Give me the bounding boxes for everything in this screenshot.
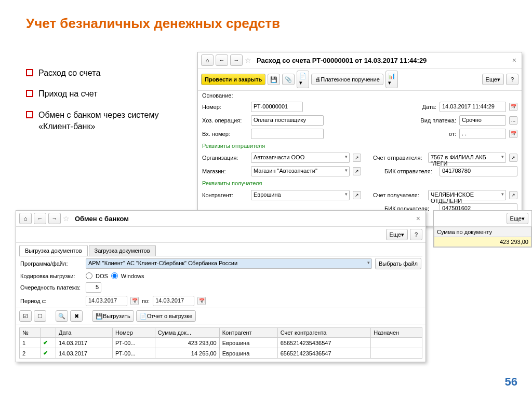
paytype-field[interactable]: Срочно [459, 115, 506, 126]
tabs: Выгрузка документов Загрузка документов [19, 245, 422, 256]
search-button[interactable]: 🔍 [56, 310, 68, 322]
cell-check[interactable]: ✔ [41, 338, 56, 348]
incno-label: Вх. номер: [202, 131, 248, 137]
select-icon[interactable]: … [509, 116, 517, 125]
radio-windows[interactable] [111, 272, 118, 279]
cell-check[interactable]: ✔ [41, 348, 56, 359]
open-icon[interactable]: ↗ [353, 191, 361, 199]
tab-export[interactable]: Выгрузка документов [19, 245, 88, 256]
back-button[interactable]: ← [34, 213, 46, 224]
window-title: Расход со счета РТ-00000001 от 14.03.201… [257, 57, 427, 64]
cell-contr: Еврошина [219, 338, 277, 348]
export-label: Выгрузить [103, 313, 130, 319]
table-row[interactable]: 1 ✔ 14.03.2017 РТ-00... 423 293,00 Еврош… [20, 338, 422, 348]
star-icon[interactable]: ☆ [63, 214, 70, 223]
org-field[interactable]: Автозапчасти ООО [251, 153, 350, 163]
window-header: ⌂ ← → ☆ Расход со счета РТ-00000001 от 1… [198, 52, 522, 68]
save-icon[interactable]: 💾 [268, 74, 280, 85]
submit-close-button[interactable]: Провести и закрыть [201, 74, 265, 85]
col-check[interactable] [41, 328, 56, 338]
sendacct-label: Счет отправителя: [373, 155, 425, 161]
help-button[interactable]: ? [506, 74, 518, 85]
bullet-text: Обмен с банком через систему «Клиент-бан… [38, 109, 182, 133]
more-button[interactable]: Еще ▾ [386, 229, 408, 240]
number-field[interactable]: РТ-00000001 [251, 102, 303, 112]
close-button[interactable]: × [510, 56, 518, 64]
export-button[interactable]: 💾 Выгрузить [92, 310, 134, 322]
date-from-field[interactable]: 14.03.2017 [86, 296, 127, 306]
cell-num: РТ-00... [112, 348, 155, 359]
report-button[interactable]: 📄 Отчет о выгрузке [136, 310, 196, 322]
col-sum<który />[interactable]: Сумма док... [155, 328, 219, 338]
home-button[interactable]: ⌂ [201, 54, 214, 66]
more-button[interactable]: Еще ▾ [482, 74, 504, 85]
back-button[interactable]: ← [216, 54, 228, 66]
open-icon[interactable]: ↗ [509, 154, 517, 162]
contr-field[interactable]: Еврошина [251, 190, 350, 200]
payment-order-button[interactable]: 🖨 Платежное поручение [311, 74, 383, 85]
col-purpose[interactable]: Назначен [371, 328, 422, 338]
home-button[interactable]: ⌂ [19, 213, 32, 224]
col-num[interactable]: Номер [112, 328, 155, 338]
recacct-label: Счет получателя: [373, 192, 425, 198]
help-button[interactable]: ? [410, 229, 422, 240]
tab-import[interactable]: Загрузка документов [89, 245, 156, 256]
calendar-icon[interactable]: 📅 [130, 297, 139, 305]
col-date[interactable]: Дата [56, 328, 113, 338]
col-acct[interactable]: Счет контрагента [277, 328, 371, 338]
col-contr[interactable]: Контрагент [219, 328, 277, 338]
radio-dos[interactable] [86, 272, 92, 279]
calendar-icon[interactable]: 📅 [197, 297, 206, 305]
encoding-group: DOS Windows [86, 272, 144, 279]
cell-n: 1 [20, 338, 41, 348]
uncheck-all-button[interactable]: ☐ [34, 310, 46, 322]
more-label: Еще [510, 215, 522, 222]
bullet-item: Расход со счета [26, 67, 182, 79]
bullet-icon [26, 90, 33, 97]
report-icon[interactable]: 📊▾ [385, 71, 398, 88]
clear-button[interactable]: ✖ [70, 310, 83, 322]
bullet-item: Приход на счет [26, 88, 182, 100]
program-field[interactable]: АРМ "Клиент" АС "Клиент-Сбербанк" Сберба… [86, 258, 372, 269]
open-icon[interactable]: ↗ [353, 154, 361, 162]
date-field[interactable]: 14.03.2017 11:44:29 [440, 102, 506, 112]
open-icon[interactable]: ↗ [509, 191, 517, 199]
sendbik-field[interactable]: 041708780 [440, 166, 517, 176]
incno-field[interactable] [251, 129, 324, 139]
more-button[interactable]: Еще ▾ [507, 213, 528, 224]
program-label: Программа/файл: [20, 260, 83, 267]
open-icon[interactable]: ↗ [353, 167, 361, 175]
bullet-item: Обмен с банком через систему «Клиент-бан… [26, 109, 182, 133]
calendar-icon[interactable]: 📅 [509, 130, 517, 138]
basis-icon[interactable]: 📄▾ [297, 71, 309, 88]
store-field[interactable]: Магазин "Автозапчасти" [251, 166, 350, 176]
check-all-button[interactable]: ☑ [19, 310, 32, 322]
choose-file-button[interactable]: Выбрать файл [375, 258, 421, 269]
order-field[interactable]: 5 [86, 282, 101, 293]
page-number: 56 [505, 375, 517, 389]
date-to-field[interactable]: 14.03.2017 [153, 296, 194, 306]
to-label: по: [142, 298, 150, 304]
basis-label: Основание: [202, 92, 248, 99]
forward-button[interactable]: → [230, 54, 243, 66]
from-field[interactable]: . . [459, 129, 506, 139]
cell-date: 14.03.2017 [56, 348, 113, 359]
recacct-field[interactable]: ЧЕЛЯБИНСКОЕ ОТДЕЛЕНИ [428, 190, 506, 200]
bank-exchange-window: ⌂ ← → ☆ Обмен с банком × Еще ▾ ? Выгрузк… [16, 210, 426, 362]
forward-button[interactable]: → [48, 213, 61, 224]
calendar-icon[interactable]: 📅 [509, 103, 517, 111]
post-icon[interactable]: 📎 [282, 74, 295, 85]
sum-col: Сумма по документу [434, 227, 531, 237]
col-n[interactable]: № [20, 328, 41, 338]
slide-title: Учет безналичных денежных средств [0, 0, 532, 42]
close-button[interactable]: × [414, 214, 422, 223]
cell-purpose [371, 348, 422, 359]
star-icon[interactable]: ☆ [245, 56, 251, 64]
operation-field[interactable]: Оплата поставщику [251, 115, 324, 126]
sendacct-field[interactable]: 7567 в ФИЛИАЛ АКБ "ЛЕГИ [428, 153, 506, 163]
table-row[interactable]: 2 ✔ 14.03.2017 РТ-00... 14 265,00 Евроши… [20, 348, 422, 359]
bullet-text: Приход на счет [38, 88, 98, 100]
cell-n: 2 [20, 348, 41, 359]
bullet-text: Расход со счета [38, 67, 100, 79]
sum-strip: Еще ▾ Сумма по документу 423 293,00 [433, 210, 532, 248]
